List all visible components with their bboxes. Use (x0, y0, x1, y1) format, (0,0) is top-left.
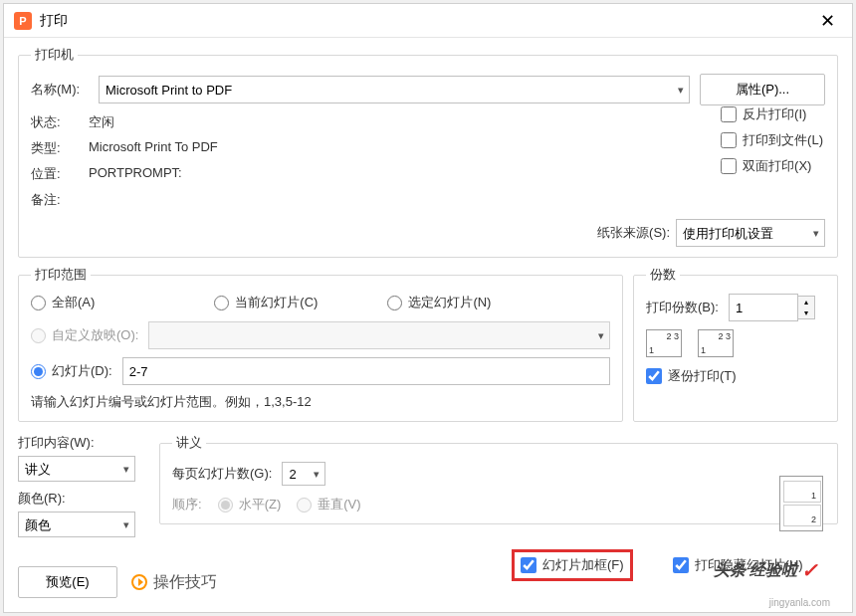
range-current-label: 当前幻灯片(C) (235, 294, 318, 311)
preview-button[interactable]: 预览(E) (18, 566, 117, 598)
order-vertical-radio (297, 498, 312, 513)
watermark: 头条 经验啦 ✓ (714, 558, 818, 582)
location-value: PORTPROMPT: (89, 165, 825, 183)
printer-info-grid: 状态: 空闲 类型: Microsoft Print To PDF 位置: PO… (31, 113, 825, 209)
tips-link[interactable]: 操作技巧 (131, 572, 217, 593)
tips-label: 操作技巧 (153, 572, 217, 593)
copies-group: 份数 打印份数(B): ▴ ▾ 12 3 12 3 (633, 266, 838, 422)
print-range-group: 打印范围 全部(A) 当前幻灯片(C) 选定幻灯片(N) (18, 266, 623, 422)
range-custom-item: 自定义放映(O): (31, 326, 138, 344)
range-selection-label: 选定幻灯片(N) (408, 294, 491, 311)
range-selection-radio[interactable] (387, 296, 402, 310)
comment-value (89, 191, 825, 209)
watermark-url: jingyanla.com (769, 597, 830, 608)
type-label: 类型: (31, 139, 89, 157)
comment-label: 备注: (31, 191, 89, 209)
range-custom-label: 自定义放映(O): (52, 326, 138, 344)
dialog-footer: 预览(E) 操作技巧 头条 经验啦 ✓ (18, 566, 838, 598)
order-vertical-item: 垂直(V) (297, 496, 360, 513)
dialog-content: 打印机 名称(M): Microsoft Print to PDF 属性(P).… (4, 38, 852, 589)
print-to-file-checkbox[interactable] (721, 132, 737, 148)
duplex-print-checkbox[interactable] (721, 158, 737, 174)
copies-label: 打印份数(B): (646, 299, 719, 316)
range-current-item[interactable]: 当前幻灯片(C) (214, 294, 318, 311)
per-page-select[interactable]: 2 (282, 462, 325, 486)
copies-down-button[interactable]: ▾ (798, 308, 814, 318)
printer-name-label: 名称(M): (31, 81, 89, 99)
order-label: 顺序: (172, 496, 202, 513)
play-icon (131, 574, 147, 590)
range-selection-item[interactable]: 选定幻灯片(N) (387, 294, 491, 311)
paper-source-row: 纸张来源(S): 使用打印机设置 (31, 219, 825, 247)
printer-options: 反片打印(I) 打印到文件(L) 双面打印(X) (721, 105, 823, 175)
left-options: 打印内容(W): 讲义 颜色(R): 颜色 (18, 434, 135, 537)
location-label: 位置: (31, 165, 89, 183)
checkmark-icon: ✓ (801, 558, 818, 582)
app-icon: P (14, 12, 32, 30)
print-content-select[interactable]: 讲义 (18, 456, 135, 482)
duplex-print-label: 双面打印(X) (743, 157, 811, 175)
range-all-item[interactable]: 全部(A) (31, 294, 95, 311)
range-all-label: 全部(A) (52, 294, 95, 311)
collate-checkbox[interactable] (646, 368, 662, 384)
status-label: 状态: (31, 113, 89, 131)
print-to-file-row[interactable]: 打印到文件(L) (721, 131, 823, 149)
handout-legend: 讲义 (172, 434, 206, 452)
properties-button[interactable]: 属性(P)... (700, 74, 825, 105)
copies-spinner[interactable]: ▴ ▾ (729, 294, 815, 321)
handout-group: 讲义 每页幻灯片数(G): 2 顺序: 水平(Z) 垂直(V) (159, 434, 838, 524)
range-current-radio[interactable] (214, 296, 229, 310)
range-slides-radio[interactable] (31, 364, 46, 379)
range-custom-radio (31, 328, 46, 343)
print-dialog: P 打印 ✕ 打印机 名称(M): Microsoft Print to PDF… (3, 3, 853, 613)
titlebar: P 打印 ✕ (4, 4, 852, 38)
paper-source-select[interactable]: 使用打印机设置 (676, 219, 825, 247)
printer-name-select[interactable]: Microsoft Print to PDF (99, 76, 690, 103)
copies-input[interactable] (729, 294, 798, 321)
range-hint: 请输入幻灯片编号或幻灯片范围。例如，1,3,5-12 (31, 393, 610, 411)
order-horizontal-radio (218, 498, 233, 513)
collate-icons: 12 3 12 3 (646, 329, 825, 357)
close-button[interactable]: ✕ (812, 6, 842, 36)
reverse-print-row[interactable]: 反片打印(I) (721, 105, 823, 123)
copies-up-button[interactable]: ▴ (798, 297, 814, 308)
paper-source-label: 纸张来源(S): (597, 224, 670, 242)
range-all-radio[interactable] (31, 296, 46, 310)
print-content-label: 打印内容(W): (18, 434, 135, 452)
reverse-print-checkbox[interactable] (721, 106, 737, 122)
color-label: 颜色(R): (18, 490, 135, 508)
printer-group: 打印机 名称(M): Microsoft Print to PDF 属性(P).… (18, 46, 838, 258)
per-page-label: 每页幻灯片数(G): (172, 465, 272, 483)
duplex-print-row[interactable]: 双面打印(X) (721, 157, 823, 175)
status-value: 空闲 (89, 113, 825, 131)
dialog-title: 打印 (40, 12, 812, 30)
color-select[interactable]: 颜色 (18, 512, 135, 537)
collate-icon-2: 12 3 (698, 329, 734, 357)
collate-icon-1: 12 3 (646, 329, 682, 357)
type-value: Microsoft Print To PDF (89, 139, 825, 157)
printer-legend: 打印机 (31, 46, 78, 64)
order-horizontal-item: 水平(Z) (218, 496, 282, 513)
range-legend: 打印范围 (31, 266, 91, 284)
custom-show-select (148, 321, 610, 349)
collate-row[interactable]: 逐份打印(T) (646, 367, 825, 385)
print-to-file-label: 打印到文件(L) (743, 131, 823, 149)
collate-label: 逐份打印(T) (668, 367, 737, 385)
copies-legend: 份数 (646, 266, 680, 284)
range-slides-item[interactable]: 幻灯片(D): (31, 362, 112, 380)
slides-range-input[interactable] (122, 357, 610, 385)
reverse-print-label: 反片打印(I) (743, 105, 806, 123)
handout-preview-thumb: 1 2 (779, 476, 823, 531)
order-vertical-label: 垂直(V) (318, 496, 360, 513)
order-horizontal-label: 水平(Z) (239, 496, 282, 513)
range-slides-label: 幻灯片(D): (52, 362, 112, 380)
